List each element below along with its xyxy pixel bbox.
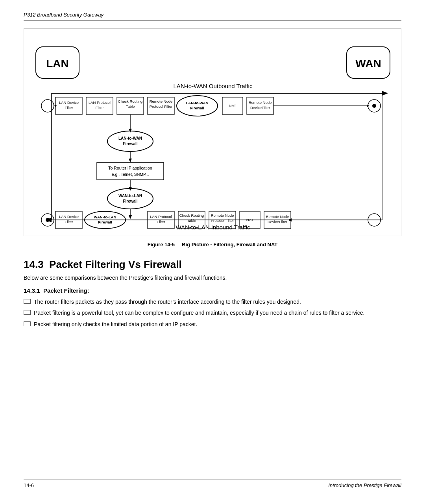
svg-point-27 xyxy=(41,100,54,112)
footer-page-number: 14-6 xyxy=(24,482,34,488)
svg-text:NAT: NAT xyxy=(246,218,253,222)
subsection-title: 14.3.1 Packet Filtering: xyxy=(24,287,401,294)
svg-text:e.g., Telnet, SNMP...: e.g., Telnet, SNMP... xyxy=(112,172,149,177)
subsection-heading: Packet Filtering: xyxy=(43,287,89,294)
svg-text:WAN-to-LAN: WAN-to-LAN xyxy=(94,215,116,219)
svg-text:Filter: Filter xyxy=(95,105,103,110)
svg-text:Remote Node: Remote Node xyxy=(249,100,272,105)
svg-text:Protocol Filter: Protocol Filter xyxy=(211,218,234,223)
svg-text:WAN-to-LAN Inbound Traffic: WAN-to-LAN Inbound Traffic xyxy=(176,224,250,231)
svg-text:Remote Node: Remote Node xyxy=(150,99,173,103)
svg-rect-41 xyxy=(97,162,164,180)
svg-text:LAN Device: LAN Device xyxy=(59,100,79,105)
svg-text:Table: Table xyxy=(187,218,196,223)
svg-text:Firewall: Firewall xyxy=(98,220,112,224)
svg-marker-32 xyxy=(367,105,370,107)
svg-point-33 xyxy=(372,104,376,108)
svg-text:LAN-to-WAN Outbound Traffic: LAN-to-WAN Outbound Traffic xyxy=(174,83,253,89)
svg-point-75 xyxy=(46,218,50,222)
svg-text:Protocol Filter: Protocol Filter xyxy=(150,104,173,109)
section-heading: Packet Filtering Vs Firewall xyxy=(49,258,182,270)
svg-text:Firewall: Firewall xyxy=(190,106,204,110)
svg-point-36 xyxy=(107,131,153,151)
svg-text:DeviceFilter: DeviceFilter xyxy=(268,220,287,224)
svg-text:LAN-to-WAN: LAN-to-WAN xyxy=(186,101,209,105)
svg-marker-40 xyxy=(129,159,132,162)
svg-text:LAN-to-WAN: LAN-to-WAN xyxy=(118,136,142,140)
subsection-number: 14.3.1 xyxy=(24,287,40,294)
bullet-icon xyxy=(24,299,31,304)
svg-text:Filter: Filter xyxy=(157,220,165,224)
svg-text:Remote Node: Remote Node xyxy=(211,213,234,218)
list-item: The router filters packets as they pass … xyxy=(24,298,401,306)
svg-text:Filter: Filter xyxy=(65,220,73,224)
svg-marker-29 xyxy=(55,105,57,107)
figure-text: Big Picture - Filtering, Firewall and NA… xyxy=(182,242,277,247)
svg-text:To Router IP application: To Router IP application xyxy=(108,166,152,170)
svg-point-46 xyxy=(107,188,153,209)
bullet-text: Packet filtering only checks the limited… xyxy=(34,320,197,328)
svg-text:Check Routing: Check Routing xyxy=(179,213,204,218)
network-diagram: LAN WAN LAN-to-WAN Outbound Traffic LAN … xyxy=(28,35,398,232)
list-item: Packet filtering is a powerful tool, yet… xyxy=(24,309,401,317)
svg-text:LAN Protocol: LAN Protocol xyxy=(150,214,172,219)
section-number: 14.3 xyxy=(24,258,44,270)
svg-marker-78 xyxy=(288,218,292,222)
svg-marker-50 xyxy=(129,215,132,219)
svg-text:LAN Protocol: LAN Protocol xyxy=(89,100,111,105)
page-footer: 14-6 Introducing the Prestige Firewall xyxy=(24,480,401,488)
bullet-list: The router filters packets as they pass … xyxy=(24,298,401,331)
bullet-icon xyxy=(24,321,31,326)
diagram-container: LAN WAN LAN-to-WAN Outbound Traffic LAN … xyxy=(24,28,401,236)
svg-text:Firewall: Firewall xyxy=(123,142,137,146)
svg-text:WAN-to-LAN: WAN-to-LAN xyxy=(118,194,142,198)
svg-text:LAN: LAN xyxy=(46,57,69,70)
svg-text:Firewall: Firewall xyxy=(123,199,137,203)
bullet-icon xyxy=(24,310,31,315)
svg-text:WAN: WAN xyxy=(355,57,381,70)
svg-text:NAT: NAT xyxy=(229,103,236,108)
page: P312 Broadband Security Gateway LAN WAN … xyxy=(0,0,425,504)
header-title: P312 Broadband Security Gateway xyxy=(24,12,103,18)
bullet-text: The router filters packets as they pass … xyxy=(34,298,301,306)
svg-marker-6 xyxy=(382,91,388,96)
svg-text:Remote Node: Remote Node xyxy=(266,214,289,219)
footer-chapter-title: Introducing the Prestige Firewall xyxy=(328,482,401,488)
svg-text:LAN Device: LAN Device xyxy=(59,214,79,219)
bullet-text: Packet filtering is a powerful tool, yet… xyxy=(34,309,364,317)
section-intro: Below are some comparisons between the P… xyxy=(24,275,401,281)
figure-number: Figure 14-5 xyxy=(148,242,175,247)
svg-text:Table: Table xyxy=(126,104,135,109)
list-item: Packet filtering only checks the limited… xyxy=(24,320,401,328)
page-header: P312 Broadband Security Gateway xyxy=(24,12,401,20)
svg-text:Check Routing: Check Routing xyxy=(118,99,142,103)
svg-text:Filter: Filter xyxy=(65,105,73,110)
figure-caption: Figure 14-5 Big Picture - Filtering, Fir… xyxy=(24,242,401,247)
section-title: 14.3 Packet Filtering Vs Firewall xyxy=(24,258,401,271)
svg-text:DeviceFilter: DeviceFilter xyxy=(250,105,270,110)
